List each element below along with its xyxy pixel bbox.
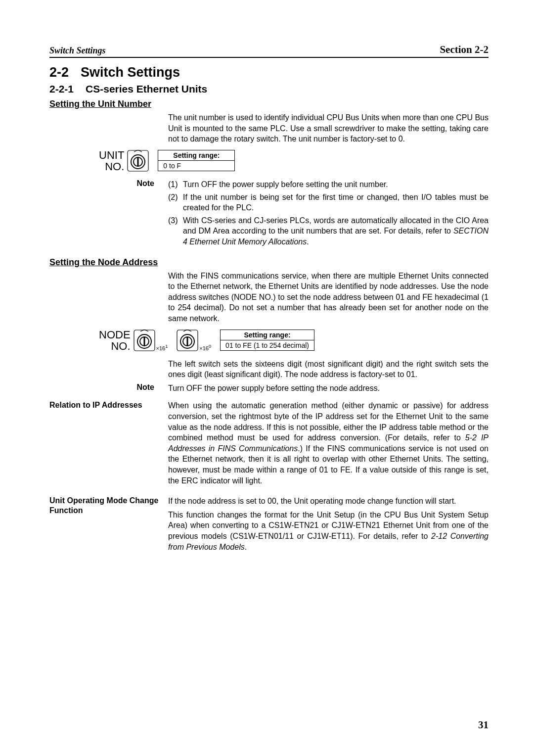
running-head-right: Section 2-2 bbox=[440, 44, 489, 56]
range-value: 01 to FE (1 to 254 decimal) bbox=[221, 340, 314, 351]
text: When using the automatic generation meth… bbox=[168, 400, 489, 486]
range-header: Setting range: bbox=[158, 150, 235, 161]
side-content: If the node address is set to 00, the Un… bbox=[168, 496, 489, 555]
text: With the FINS communications service, wh… bbox=[168, 271, 489, 324]
note-item: (2)If the unit number is being set for t… bbox=[168, 192, 489, 213]
text: If the node address is set to 00, the Un… bbox=[168, 496, 489, 507]
rotary-switch-icon bbox=[134, 330, 155, 351]
section-number: 2-2 bbox=[49, 65, 69, 80]
subscript: ×161 bbox=[156, 344, 168, 351]
note-node: Note Turn OFF the power supply before se… bbox=[49, 383, 489, 394]
side-content: When using the automatic generation meth… bbox=[168, 400, 489, 489]
heading-unit-number: Setting the Unit Number bbox=[49, 99, 489, 109]
range-table-unit: Setting range: 0 to F bbox=[158, 150, 235, 171]
subsection-number: 2-2-1 bbox=[49, 83, 74, 95]
para-node-address-2: The left switch sets the sixteens digit … bbox=[168, 359, 489, 380]
subscript: ×160 bbox=[199, 344, 211, 351]
page-number: 31 bbox=[478, 719, 489, 731]
subsection-title: 2-2-1CS-series Ethernet Units bbox=[49, 83, 489, 95]
range-table-node: Setting range: 01 to FE (1 to 254 decima… bbox=[220, 330, 314, 351]
heading-node-address: Setting the Node Address bbox=[49, 257, 489, 268]
relation-to-ip: Relation to IP Addresses When using the … bbox=[49, 400, 489, 489]
section-title: 2-2Switch Settings bbox=[49, 65, 489, 80]
para-node-address-1: With the FINS communications service, wh… bbox=[168, 271, 489, 324]
para-unit-number: The unit number is used to identify indi… bbox=[168, 112, 489, 144]
note-unit: Note (1)Turn OFF the power supply before… bbox=[49, 179, 489, 249]
mode-change: Unit Operating Mode Change Function If t… bbox=[49, 496, 489, 555]
range-value: 0 to F bbox=[158, 161, 235, 171]
rotary-switch-icon bbox=[127, 150, 149, 172]
section-name: Switch Settings bbox=[81, 65, 180, 80]
note-item: (3)With CS-series and CJ-series PLCs, wo… bbox=[168, 215, 489, 247]
note-content: (1)Turn OFF the power supply before sett… bbox=[168, 179, 489, 249]
side-label: Unit Operating Mode Change Function bbox=[49, 496, 168, 555]
note-label: Note bbox=[49, 383, 168, 394]
rotary-switch-icon bbox=[177, 330, 198, 351]
text: The left switch sets the sixteens digit … bbox=[168, 359, 489, 380]
running-head: Switch Settings Section 2-2 bbox=[49, 44, 489, 58]
note-label: Note bbox=[49, 179, 168, 249]
note-content: Turn OFF the power supply before setting… bbox=[168, 383, 489, 394]
note-item: (1)Turn OFF the power supply before sett… bbox=[168, 179, 489, 190]
subsection-name: CS-series Ethernet Units bbox=[86, 83, 207, 94]
range-header: Setting range: bbox=[221, 330, 314, 340]
text: The unit number is used to identify indi… bbox=[168, 112, 489, 144]
figure-unit-dial: UNIT NO. Setting range: 0 to F bbox=[99, 149, 489, 172]
figure-node-dial: NODE NO. ×161 bbox=[99, 329, 489, 352]
dial-label: NODE NO. bbox=[99, 329, 131, 352]
running-head-left: Switch Settings bbox=[49, 46, 106, 56]
dial-label: UNIT NO. bbox=[99, 149, 124, 172]
side-label: Relation to IP Addresses bbox=[49, 400, 168, 489]
text: This function changes the format for the… bbox=[168, 510, 489, 552]
